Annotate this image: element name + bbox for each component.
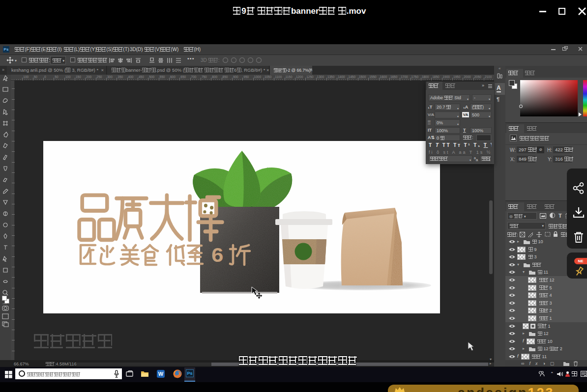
svg-text:6: 6 — [211, 244, 223, 266]
